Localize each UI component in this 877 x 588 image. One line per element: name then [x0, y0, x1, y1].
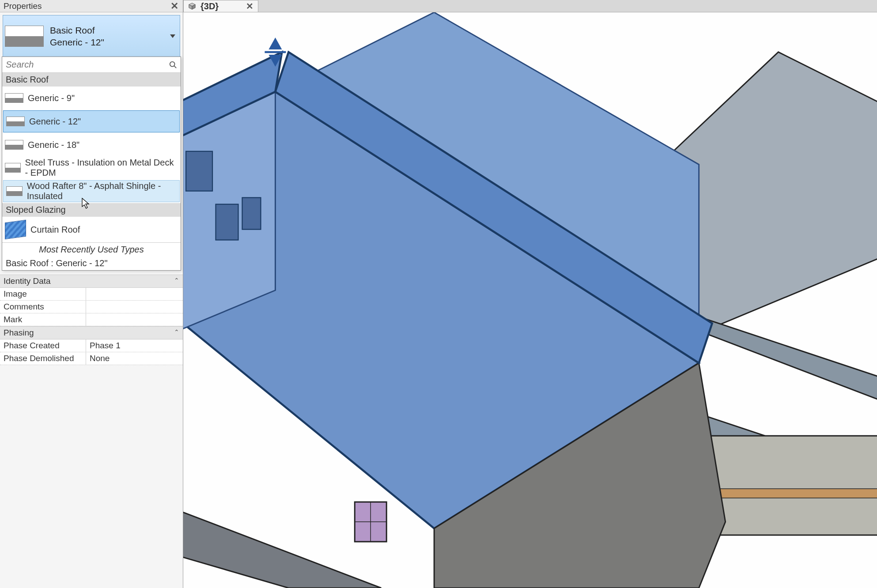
type-item-generic-12[interactable]: Generic - 12"	[3, 110, 180, 132]
prop-row: Image	[0, 288, 183, 301]
panel-title: Properties	[4, 1, 169, 11]
prop-row: Comments	[0, 301, 183, 313]
type-dropdown-list: Basic Roof Generic - 9" Generic - 12" Ge…	[2, 57, 181, 271]
type-item-curtain-roof[interactable]: Curtain Roof	[2, 217, 181, 242]
type-item-wood-rafter[interactable]: Wood Rafter 8" - Asphalt Shingle - Insul…	[3, 180, 180, 202]
mru-item[interactable]: Basic Roof : Generic - 12"	[2, 256, 181, 270]
type-selector-text: Basic Roof Generic - 12"	[50, 24, 104, 49]
type-selector-dropdown[interactable]: Basic Roof Generic - 12"	[3, 15, 180, 57]
panel-header: Properties ✕	[0, 0, 183, 12]
roof-thumb-icon	[5, 93, 23, 103]
svg-rect-20	[216, 204, 238, 240]
svg-rect-18	[186, 151, 212, 191]
3d-viewport[interactable]	[183, 12, 877, 588]
cursor-icon	[82, 198, 90, 209]
view-tab-strip: {3D} ✕	[183, 0, 877, 12]
svg-rect-21	[242, 198, 261, 230]
view-tab-3d[interactable]: {3D} ✕	[183, 0, 258, 12]
search-input[interactable]	[6, 60, 169, 70]
prop-value[interactable]: Phase 1	[86, 339, 183, 352]
roof-thumb-icon	[6, 186, 23, 196]
view-area: {3D} ✕	[183, 0, 877, 588]
category-header: Basic Roof	[2, 73, 181, 87]
svg-marker-22	[183, 502, 381, 588]
prop-label: Mark	[0, 313, 86, 326]
mru-header: Most Recently Used Types	[2, 242, 181, 256]
curtain-thumb-icon	[5, 220, 26, 240]
search-row	[2, 57, 181, 73]
chevron-down-icon	[170, 34, 175, 38]
roof-thumb-icon	[5, 140, 23, 150]
close-panel-button[interactable]: ✕	[169, 0, 180, 12]
section-phasing[interactable]: Phasing ⌃	[0, 326, 183, 339]
svg-line-1	[174, 66, 177, 68]
svg-marker-13	[268, 38, 282, 49]
prop-row: Phase Created Phase 1	[0, 339, 183, 352]
properties-panel: Properties ✕ Basic Roof Generic - 12" Ba…	[0, 0, 183, 588]
prop-value[interactable]	[86, 301, 183, 313]
prop-value[interactable]: None	[86, 352, 183, 365]
svg-point-0	[170, 61, 175, 66]
close-tab-button[interactable]: ✕	[246, 1, 253, 11]
prop-row: Phase Demolished None	[0, 352, 183, 365]
type-item-label: Wood Rafter 8" - Asphalt Shingle - Insul…	[27, 181, 177, 201]
prop-value[interactable]	[86, 288, 183, 300]
type-thumb-icon	[5, 26, 44, 47]
view-tab-label: {3D}	[200, 1, 219, 11]
roof-thumb-icon	[6, 117, 25, 126]
collapse-icon[interactable]: ⌃	[174, 328, 179, 335]
type-item-steel-truss[interactable]: Steel Truss - Insulation on Metal Deck -…	[2, 156, 181, 179]
type-family: Basic Roof	[50, 24, 104, 36]
type-item-generic-9[interactable]: Generic - 9"	[2, 87, 181, 109]
type-item-generic-18[interactable]: Generic - 18"	[2, 133, 181, 156]
category-header: Sloped Glazing	[2, 203, 181, 217]
prop-value[interactable]	[86, 313, 183, 326]
collapse-icon[interactable]: ⌃	[174, 277, 179, 284]
search-icon[interactable]	[169, 61, 177, 69]
section-identity[interactable]: Identity Data ⌃	[0, 275, 183, 288]
type-item-label: Steel Truss - Insulation on Metal Deck -…	[25, 158, 178, 178]
type-name: Generic - 12"	[50, 36, 104, 48]
prop-label: Image	[0, 288, 86, 300]
prop-row: Mark	[0, 313, 183, 326]
roof-thumb-icon	[5, 163, 21, 173]
prop-label: Phase Created	[0, 339, 86, 352]
cube-icon	[188, 2, 196, 10]
type-item-label: Generic - 18"	[28, 140, 79, 150]
type-item-label: Generic - 12"	[29, 117, 81, 127]
type-item-label: Curtain Roof	[30, 225, 80, 235]
prop-label: Phase Demolished	[0, 352, 86, 365]
property-grid: Identity Data ⌃ Image Comments Mark Phas…	[0, 275, 183, 365]
type-item-label: Generic - 9"	[28, 93, 75, 103]
prop-label: Comments	[0, 301, 86, 313]
